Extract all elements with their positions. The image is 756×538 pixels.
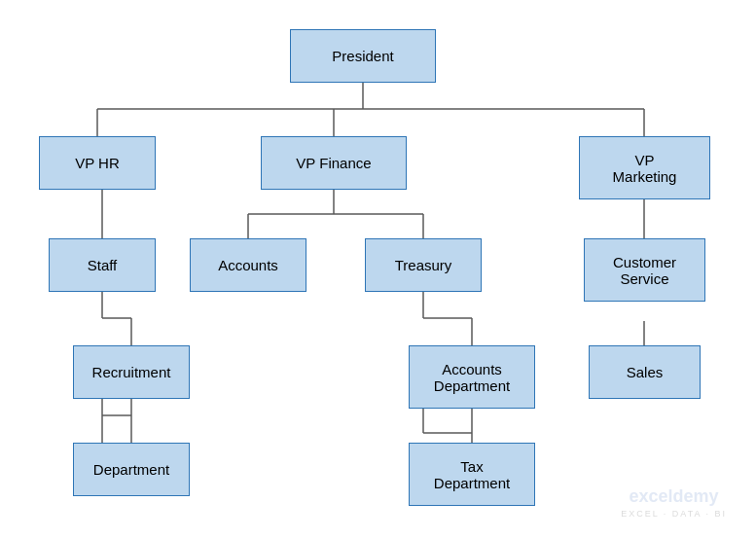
vp-marketing-node: VP Marketing	[579, 136, 710, 199]
president-node: President	[290, 29, 436, 83]
department-node: Department	[73, 443, 190, 496]
org-chart: President VP HR VP Finance VP Marketing …	[0, 0, 756, 538]
customer-service-node: Customer Service	[584, 238, 705, 302]
vp-hr-node: VP HR	[39, 136, 156, 190]
sales-node: Sales	[589, 345, 701, 399]
recruitment-node: Recruitment	[73, 345, 190, 399]
staff-node: Staff	[49, 238, 156, 292]
watermark: exceldemy EXCEL · DATA · BI	[621, 486, 727, 519]
vp-finance-node: VP Finance	[261, 136, 407, 190]
accounts-dept-node: Accounts Department	[409, 345, 535, 409]
accounts-node: Accounts	[190, 238, 306, 292]
treasury-node: Treasury	[365, 238, 482, 292]
tax-dept-node: Tax Department	[409, 443, 535, 506]
